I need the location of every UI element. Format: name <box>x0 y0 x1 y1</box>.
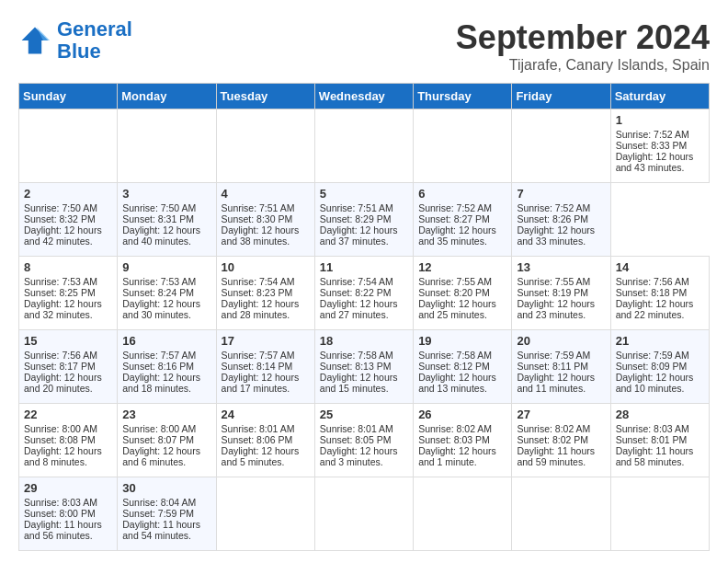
day-cell-8: 8Sunrise: 7:53 AMSunset: 8:25 PMDaylight… <box>19 257 118 330</box>
day-number: 1 <box>616 113 704 127</box>
day-cell-29: 29Sunrise: 8:03 AMSunset: 8:00 PMDayligh… <box>19 477 118 551</box>
logo: General Blue <box>18 18 132 63</box>
col-header-saturday: Saturday <box>610 84 709 109</box>
empty-cell <box>216 109 314 183</box>
calendar-table: SundayMondayTuesdayWednesdayThursdayFrid… <box>18 83 710 551</box>
day-number: 19 <box>418 334 506 348</box>
day-cell-22: 22Sunrise: 8:00 AMSunset: 8:08 PMDayligh… <box>19 404 118 477</box>
day-number: 2 <box>24 187 112 201</box>
empty-cell <box>414 109 512 183</box>
day-cell-27: 27Sunrise: 8:02 AMSunset: 8:02 PMDayligh… <box>512 404 610 477</box>
col-header-tuesday: Tuesday <box>216 84 314 109</box>
day-cell-2: 2Sunrise: 7:50 AMSunset: 8:32 PMDaylight… <box>19 183 118 257</box>
empty-cell <box>414 477 512 551</box>
day-number: 24 <box>222 408 310 421</box>
logo-icon <box>18 24 51 57</box>
empty-cell <box>512 477 610 551</box>
empty-cell <box>314 109 413 183</box>
day-number: 15 <box>24 334 112 348</box>
day-number: 8 <box>24 260 112 274</box>
col-header-thursday: Thursday <box>414 84 512 109</box>
day-cell-26: 26Sunrise: 8:02 AMSunset: 8:03 PMDayligh… <box>414 404 512 477</box>
location-subtitle: Tijarafe, Canary Islands, Spain <box>456 57 710 74</box>
day-number: 16 <box>122 334 210 348</box>
day-cell-5: 5Sunrise: 7:51 AMSunset: 8:29 PMDaylight… <box>314 183 413 257</box>
day-number: 6 <box>418 187 506 201</box>
day-cell-4: 4Sunrise: 7:51 AMSunset: 8:30 PMDaylight… <box>216 183 314 257</box>
day-number: 27 <box>517 408 605 421</box>
day-cell-30: 30Sunrise: 8:04 AMSunset: 7:59 PMDayligh… <box>118 477 216 551</box>
day-cell-28: 28Sunrise: 8:03 AMSunset: 8:01 PMDayligh… <box>610 404 709 477</box>
day-number: 21 <box>616 334 704 348</box>
day-cell-16: 16Sunrise: 7:57 AMSunset: 8:16 PMDayligh… <box>118 330 216 404</box>
empty-cell <box>216 477 314 551</box>
day-cell-24: 24Sunrise: 8:01 AMSunset: 8:06 PMDayligh… <box>216 404 314 477</box>
day-number: 18 <box>320 334 408 348</box>
col-header-wednesday: Wednesday <box>314 84 413 109</box>
day-number: 12 <box>418 260 506 274</box>
day-cell-19: 19Sunrise: 7:58 AMSunset: 8:12 PMDayligh… <box>414 330 512 404</box>
day-number: 5 <box>320 187 408 201</box>
empty-cell <box>19 109 118 183</box>
day-cell-25: 25Sunrise: 8:01 AMSunset: 8:05 PMDayligh… <box>314 404 413 477</box>
day-number: 10 <box>222 260 310 274</box>
calendar-week-6: 29Sunrise: 8:03 AMSunset: 8:00 PMDayligh… <box>19 477 710 551</box>
day-number: 22 <box>24 408 112 421</box>
empty-cell <box>512 109 610 183</box>
day-number: 13 <box>517 260 605 274</box>
day-cell-3: 3Sunrise: 7:50 AMSunset: 8:31 PMDaylight… <box>118 183 216 257</box>
calendar-week-5: 22Sunrise: 8:00 AMSunset: 8:08 PMDayligh… <box>19 404 710 477</box>
day-number: 7 <box>517 187 605 201</box>
calendar-week-3: 8Sunrise: 7:53 AMSunset: 8:25 PMDaylight… <box>19 257 710 330</box>
day-number: 17 <box>222 334 310 348</box>
day-number: 23 <box>122 408 210 421</box>
col-header-sunday: Sunday <box>19 84 118 109</box>
day-number: 11 <box>320 260 408 274</box>
day-cell-21: 21Sunrise: 7:59 AMSunset: 8:09 PMDayligh… <box>610 330 709 404</box>
page-header: General Blue September 2024 Tijarafe, Ca… <box>18 18 710 74</box>
day-cell-9: 9Sunrise: 7:53 AMSunset: 8:24 PMDaylight… <box>118 257 216 330</box>
calendar-week-4: 15Sunrise: 7:56 AMSunset: 8:17 PMDayligh… <box>19 330 710 404</box>
day-number: 3 <box>122 187 210 201</box>
day-number: 20 <box>517 334 605 348</box>
day-number: 26 <box>418 408 506 421</box>
title-block: September 2024 Tijarafe, Canary Islands,… <box>456 18 710 74</box>
day-cell-10: 10Sunrise: 7:54 AMSunset: 8:23 PMDayligh… <box>216 257 314 330</box>
day-cell-17: 17Sunrise: 7:57 AMSunset: 8:14 PMDayligh… <box>216 330 314 404</box>
day-number: 4 <box>222 187 310 201</box>
day-cell-20: 20Sunrise: 7:59 AMSunset: 8:11 PMDayligh… <box>512 330 610 404</box>
day-cell-13: 13Sunrise: 7:55 AMSunset: 8:19 PMDayligh… <box>512 257 610 330</box>
day-number: 28 <box>616 408 704 421</box>
day-cell-23: 23Sunrise: 8:00 AMSunset: 8:07 PMDayligh… <box>118 404 216 477</box>
day-cell-6: 6Sunrise: 7:52 AMSunset: 8:27 PMDaylight… <box>414 183 512 257</box>
day-number: 30 <box>122 481 210 495</box>
day-number: 14 <box>616 260 704 274</box>
day-cell-11: 11Sunrise: 7:54 AMSunset: 8:22 PMDayligh… <box>314 257 413 330</box>
month-title: September 2024 <box>456 18 710 57</box>
day-cell-7: 7Sunrise: 7:52 AMSunset: 8:26 PMDaylight… <box>512 183 610 257</box>
day-number: 9 <box>122 260 210 274</box>
logo-text: General Blue <box>57 18 132 63</box>
empty-cell <box>118 109 216 183</box>
calendar-week-1: 1Sunrise: 7:52 AMSunset: 8:33 PMDaylight… <box>19 109 710 183</box>
day-cell-1: 1Sunrise: 7:52 AMSunset: 8:33 PMDaylight… <box>610 109 709 183</box>
empty-cell <box>314 477 413 551</box>
col-header-friday: Friday <box>512 84 610 109</box>
calendar-week-2: 2Sunrise: 7:50 AMSunset: 8:32 PMDaylight… <box>19 183 710 257</box>
day-number: 25 <box>320 408 408 421</box>
col-header-monday: Monday <box>118 84 216 109</box>
empty-cell <box>610 477 709 551</box>
day-cell-18: 18Sunrise: 7:58 AMSunset: 8:13 PMDayligh… <box>314 330 413 404</box>
day-cell-15: 15Sunrise: 7:56 AMSunset: 8:17 PMDayligh… <box>19 330 118 404</box>
day-number: 29 <box>24 481 112 495</box>
day-cell-12: 12Sunrise: 7:55 AMSunset: 8:20 PMDayligh… <box>414 257 512 330</box>
day-cell-14: 14Sunrise: 7:56 AMSunset: 8:18 PMDayligh… <box>610 257 709 330</box>
